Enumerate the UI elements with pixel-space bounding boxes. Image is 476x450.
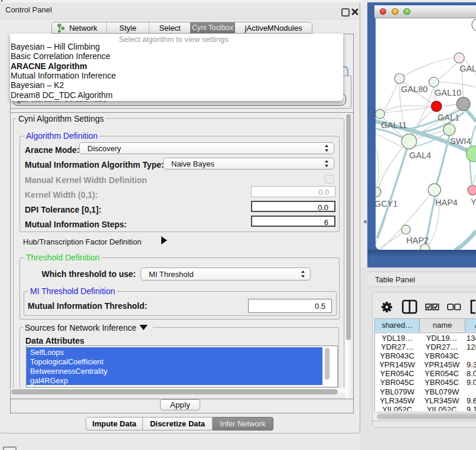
svg-text:GAL80: GAL80 <box>401 84 428 94</box>
svg-text:GCY1: GCY1 <box>376 199 398 208</box>
svg-text:HAP4: HAP4 <box>435 198 458 207</box>
svg-text:GAL2: GAL2 <box>459 64 476 73</box>
svg-text:GAL1: GAL1 <box>438 113 459 122</box>
svg-text:GAL4: GAL4 <box>409 151 431 160</box>
svg-text:HAP2: HAP2 <box>406 236 429 245</box>
svg-text:SWI4: SWI4 <box>450 136 471 146</box>
svg-text:GAL11: GAL11 <box>381 120 407 130</box>
svg-text:Y: Y <box>471 197 476 207</box>
svg-text:GAL10: GAL10 <box>435 88 461 97</box>
